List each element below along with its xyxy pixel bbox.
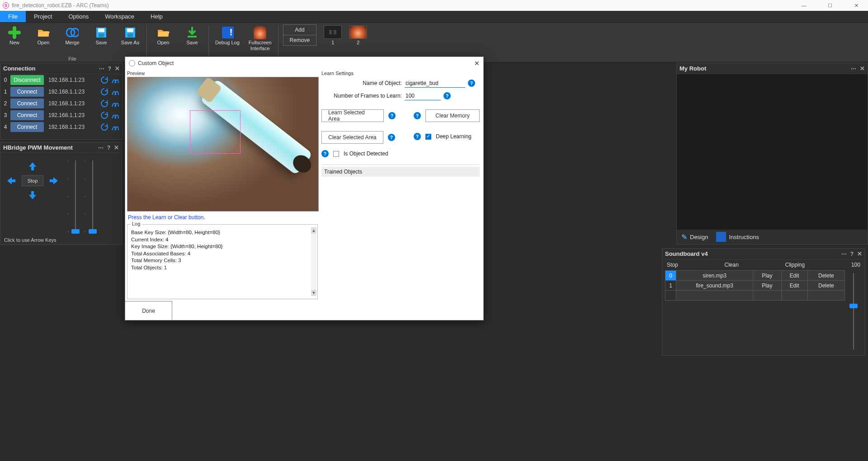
menu-project[interactable]: Project: [26, 11, 60, 22]
panel-close-icon[interactable]: ✕: [857, 250, 862, 257]
log-box: Log Base Key Size: {Width=80, Height=80}…: [127, 224, 318, 299]
panel-help-icon[interactable]: ?: [850, 251, 854, 257]
sound-edit-button[interactable]: Edit: [781, 281, 807, 291]
log-scrollbar[interactable]: ▲▼: [311, 227, 316, 296]
download-icon: [186, 26, 198, 39]
help-icon[interactable]: ?: [468, 80, 475, 87]
is-detected-checkbox[interactable]: [333, 151, 339, 157]
camera-preview[interactable]: [127, 77, 319, 212]
refresh-icon[interactable]: [100, 111, 109, 120]
debug-log-button[interactable]: ! Debug Log: [213, 24, 241, 46]
connect-button[interactable]: Connect: [10, 110, 44, 120]
left-speed-slider[interactable]: -----: [72, 159, 79, 234]
panel-menu-icon[interactable]: ⋯: [841, 251, 847, 257]
connection-ip[interactable]: 192.168.1.1:23: [46, 89, 98, 95]
help-icon[interactable]: ?: [414, 112, 421, 119]
fullscreen-icon: [254, 26, 266, 39]
panel-menu-icon[interactable]: ⋯: [98, 145, 104, 151]
connection-ip[interactable]: 192.168.1.1:23: [46, 112, 98, 118]
soundboard-volume-slider[interactable]: [849, 273, 858, 350]
workspace-thumb-2[interactable]: 2: [349, 25, 367, 45]
gear-icon: [129, 60, 135, 66]
deep-learning-checkbox[interactable]: [425, 134, 431, 140]
panel-close-icon[interactable]: ✕: [860, 65, 865, 72]
sound-play-button[interactable]: Play: [753, 281, 782, 291]
sound-delete-button[interactable]: Delete: [807, 281, 844, 291]
move-left-button[interactable]: [5, 175, 17, 187]
dialog-close-button[interactable]: ✕: [474, 60, 480, 67]
connection-ip[interactable]: 192.168.1.1:23: [46, 77, 98, 83]
menu-file[interactable]: File: [0, 11, 26, 22]
help-icon[interactable]: ?: [388, 112, 396, 119]
open2-button[interactable]: Open: [151, 24, 175, 46]
help-icon[interactable]: ?: [388, 134, 395, 141]
save2-button[interactable]: Save: [180, 24, 204, 46]
disconnect-button[interactable]: Disconnect: [10, 75, 44, 85]
clear-memory-button[interactable]: Clear Memory: [425, 109, 480, 122]
stop-button[interactable]: Stop: [22, 175, 43, 186]
connection-ip[interactable]: 192.168.1.1:23: [46, 100, 98, 107]
sound-name[interactable]: siren.mp3: [676, 271, 753, 281]
sound-edit-button[interactable]: Edit: [781, 271, 807, 281]
panel-help-icon[interactable]: ?: [108, 66, 111, 72]
sound-index[interactable]: 0: [665, 271, 676, 281]
folder-open-icon: [157, 26, 170, 39]
remove-button[interactable]: Remove: [283, 35, 316, 45]
myrobot-canvas[interactable]: [677, 74, 868, 230]
frames-input[interactable]: [405, 91, 441, 100]
sound-name[interactable]: fire_sound.mp3: [676, 281, 753, 291]
sound-play-button[interactable]: Play: [753, 271, 782, 281]
move-right-button[interactable]: [48, 175, 60, 187]
connect-button[interactable]: Connect: [10, 87, 44, 97]
add-remove-group: Add Remove: [283, 24, 317, 46]
tab-design[interactable]: ✎ Design: [681, 233, 708, 241]
sb-clean-label[interactable]: Clean: [725, 262, 739, 268]
window-minimize-button[interactable]: —: [795, 3, 813, 9]
panel-help-icon[interactable]: ?: [107, 145, 110, 151]
selection-box[interactable]: [190, 110, 241, 154]
save-button[interactable]: Save: [90, 24, 113, 46]
svg-rect-4: [99, 33, 104, 37]
help-icon[interactable]: ?: [443, 92, 451, 99]
menu-options[interactable]: Options: [60, 11, 97, 22]
svg-rect-3: [98, 28, 104, 32]
object-name-input[interactable]: [405, 79, 465, 88]
done-button[interactable]: Done: [125, 301, 172, 320]
panel-menu-icon[interactable]: ⋯: [851, 66, 856, 72]
menu-workspace[interactable]: Workspace: [97, 11, 142, 22]
save-as-button[interactable]: Save As: [118, 24, 142, 46]
connect-button[interactable]: Connect: [10, 99, 44, 108]
sb-stop-label[interactable]: Stop: [667, 262, 678, 268]
sound-index[interactable]: 1: [665, 281, 676, 291]
refresh-icon[interactable]: [100, 122, 109, 132]
open-button[interactable]: Open: [32, 24, 55, 46]
panel-close-icon[interactable]: ✕: [115, 65, 120, 72]
help-icon[interactable]: ?: [414, 133, 421, 140]
connect-button[interactable]: Connect: [10, 122, 44, 132]
refresh-icon[interactable]: [100, 87, 109, 96]
new-button[interactable]: New: [3, 24, 26, 46]
clear-selected-button[interactable]: Clear Selected Area: [321, 131, 383, 144]
move-up-button[interactable]: [27, 160, 38, 172]
refresh-icon[interactable]: [100, 99, 109, 108]
fullscreen-button[interactable]: Fullscreen Interface: [247, 24, 274, 51]
window-titlebar: S fire_detection_robot.EZB - ARC (Teams)…: [0, 0, 868, 11]
help-icon[interactable]: ?: [321, 150, 329, 157]
soundboard-panel: Soundboard v4 ⋯ ? ✕ Stop Clean Clipping …: [662, 248, 865, 356]
right-speed-slider[interactable]: -----: [89, 159, 96, 234]
workspace-thumb-1[interactable]: 1: [324, 25, 342, 45]
tab-instructions[interactable]: Instructions: [716, 232, 759, 242]
panel-menu-icon[interactable]: ⋯: [99, 66, 104, 72]
refresh-icon[interactable]: [100, 75, 109, 85]
connection-ip[interactable]: 192.168.1.1:23: [46, 124, 98, 130]
menu-help[interactable]: Help: [142, 11, 171, 22]
plus-icon: [8, 26, 21, 39]
merge-button[interactable]: Merge: [61, 24, 84, 46]
sound-delete-button[interactable]: Delete: [807, 271, 844, 281]
learn-selected-button[interactable]: Learn Selected Area: [321, 109, 384, 122]
window-close-button[interactable]: ✕: [847, 3, 865, 9]
panel-close-icon[interactable]: ✕: [114, 144, 119, 151]
add-button[interactable]: Add: [283, 25, 316, 35]
window-maximize-button[interactable]: ☐: [821, 3, 839, 9]
move-down-button[interactable]: [27, 189, 38, 201]
